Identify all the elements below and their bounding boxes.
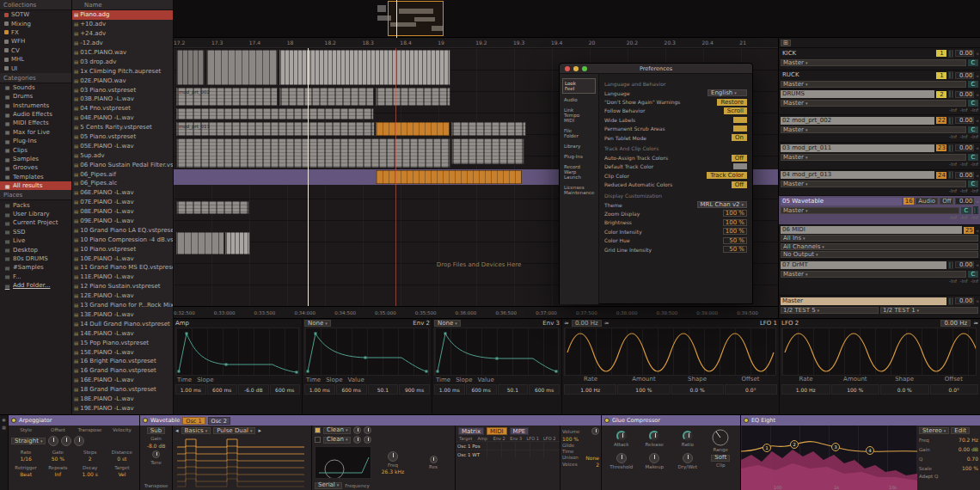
output-routing-dropdown[interactable]: Master	[781, 207, 959, 214]
send-levels[interactable]: -Inf -Inf -Inf	[781, 215, 978, 221]
wavetable-name-selector[interactable]: Pulse Dual	[213, 427, 255, 434]
preferences-tab[interactable]: Record Warp Launch	[562, 162, 596, 181]
sub-toggle[interactable]: Sub	[147, 427, 165, 434]
output-routing-dropdown[interactable]: Master	[781, 81, 966, 88]
grid-line-intensity-field[interactable]: 50 %	[723, 246, 747, 253]
preferences-tab[interactable]: Plug-Ins	[562, 152, 596, 161]
file-row[interactable]: ▤5 Cents Rarity.vstpreset	[72, 123, 173, 132]
release-control[interactable]: Release	[640, 431, 671, 447]
env-value[interactable]: -6.0 dB	[238, 384, 269, 395]
unison-value[interactable]: None	[585, 455, 599, 461]
preferences-tab[interactable]: Look Feel	[562, 78, 596, 94]
glue-title-bar[interactable]: Glue Compressor	[602, 415, 740, 426]
file-row[interactable]: ▤16E.PIANO -L.wav	[72, 376, 173, 385]
track-row-drmt[interactable]: 07 DrMT0.00◃ MasterC -Inf -Inf -Inf	[779, 260, 980, 296]
gain-value[interactable]: -8.0 dB	[147, 443, 166, 449]
place-item[interactable]: ▤Live	[0, 236, 71, 245]
place-item[interactable]: ▤F...	[0, 273, 71, 281]
prev-icon[interactable]: ◂	[175, 427, 179, 434]
auto-assign-colors-toggle[interactable]: Off	[732, 155, 747, 162]
place-item[interactable]: ▤Current Project	[0, 218, 71, 227]
env-tab[interactable]: Value	[478, 377, 494, 383]
device-toggle-icon[interactable]: ◉	[2, 417, 5, 422]
scrub-areas-toggle[interactable]	[733, 126, 747, 132]
category-item[interactable]: ▦MIDI Effects	[0, 119, 71, 127]
brightness-field[interactable]: 100 %	[723, 219, 747, 226]
file-row[interactable]: ▤03 Piano.vstpreset	[72, 85, 173, 95]
output-routing-dropdown[interactable]: Master	[781, 100, 966, 107]
soft-toggle[interactable]: Soft	[711, 455, 730, 462]
send-levels[interactable]: -Inf -Inf -Inf	[781, 134, 978, 140]
filter1-drive-knob[interactable]	[353, 426, 361, 434]
file-row[interactable]: ▤18E.PIANO -L.wav	[72, 395, 173, 404]
file-row[interactable]: ▤04E.PIANO -L.wav	[72, 113, 173, 123]
file-row[interactable]: ▤06_Pipes.aif	[72, 169, 173, 179]
pan-chip[interactable]: C	[968, 271, 978, 278]
track-row-ruck[interactable]: RUCK10.00◃ MasterC	[779, 70, 980, 89]
device-power-icon[interactable]	[143, 418, 148, 423]
lfo-param-value[interactable]: 0.0°	[725, 384, 777, 395]
filter1-toggle[interactable]	[315, 427, 321, 433]
env-tab[interactable]: Value	[348, 377, 364, 383]
category-item[interactable]: ▦Max for Live	[0, 128, 71, 137]
category-item[interactable]: ▦All results	[0, 181, 71, 190]
preferences-tab[interactable]: File Folder	[562, 126, 596, 140]
track-name[interactable]: KICK	[781, 50, 934, 58]
filter1-res-knob[interactable]	[364, 426, 371, 434]
tab-mpe[interactable]: MPE	[510, 427, 530, 435]
file-row[interactable]: ▤14E.PIANO -L.wav	[72, 328, 173, 338]
volume-knob[interactable]	[591, 427, 599, 435]
file-row[interactable]: ▤10 Piano Compression -4 dB.vstpre	[72, 235, 173, 244]
arp-param[interactable]: TargetVel	[107, 465, 137, 477]
voices-value[interactable]: 2	[596, 462, 599, 468]
file-row[interactable]: ▤11 Grand Piano MS EQ.vstpreset	[72, 263, 173, 273]
track-name[interactable]: 05 Wavetable	[781, 198, 902, 205]
file-row[interactable]: ▤03B.PIANO -L.wav	[72, 95, 173, 104]
send-levels[interactable]: -Inf -Inf -Inf	[781, 162, 978, 168]
category-item[interactable]: ▦Templates	[0, 173, 71, 181]
file-row[interactable]: ▤10 Grand Piano LA EQ.vstpreset	[72, 225, 173, 235]
eq-title-bar[interactable]: EQ Eight	[741, 415, 980, 426]
release-knob[interactable]	[649, 431, 659, 441]
lfo1-graph[interactable]	[564, 328, 776, 376]
arrangement-overview[interactable]	[174, 0, 980, 38]
file-row[interactable]: ▤07E.PIANO -L.wav	[72, 198, 173, 207]
midi-output-dropdown[interactable]: No Output	[781, 251, 978, 258]
filter1-type-dropdown[interactable]: Clean	[323, 427, 351, 434]
env2-graph[interactable]	[304, 328, 429, 376]
file-row[interactable]: ▤16 Grand Piano.vstpreset	[72, 366, 173, 376]
place-item[interactable]: ▤Packs	[0, 200, 71, 209]
filter2-drive-knob[interactable]	[353, 436, 361, 444]
midi-clip[interactable]	[176, 138, 450, 168]
collection-item[interactable]: MHL	[0, 55, 71, 64]
midi-clip[interactable]	[376, 88, 450, 106]
env-tab[interactable]: Slope	[456, 377, 472, 383]
filter2-res-knob[interactable]	[364, 436, 371, 444]
eq-scale-param[interactable]: Scale100 %	[919, 464, 978, 472]
track-row-wavetable[interactable]: 05 Wavetable16AudioOff0.00◃ MasterC -Inf…	[779, 196, 980, 225]
file-row[interactable]: ▤11E.PIANO -L.wav	[72, 273, 173, 282]
volume-field[interactable]: 0.00	[955, 144, 974, 151]
env-value[interactable]: 50.1	[498, 384, 529, 395]
output-routing-dropdown[interactable]: Master	[781, 126, 966, 133]
volume-field[interactable]: 0.00	[955, 172, 974, 179]
file-row[interactable]: ▤-12.adv	[72, 39, 173, 48]
track-row-drums[interactable]: DRUMS20.00◃ MasterC -Inf -Inf -Inf	[779, 89, 980, 115]
lfo2-graph[interactable]	[781, 328, 977, 376]
device-power-icon[interactable]	[604, 418, 609, 423]
clip[interactable]	[176, 232, 224, 254]
tone-knob[interactable]	[152, 450, 160, 458]
track-row-midi[interactable]: 06 MIDI25◃ All Ins All Channels No Outpu…	[779, 225, 980, 260]
collection-item[interactable]: Mixing	[0, 19, 71, 28]
file-row[interactable]: ▤14 Dull Grand Piano.vstpreset	[72, 319, 173, 328]
amp-envelope-graph[interactable]	[175, 328, 299, 376]
midi-input-dropdown[interactable]: All Ins	[781, 235, 978, 242]
matrix-row[interactable]: Osc 1 WT	[456, 450, 560, 458]
env-value[interactable]: 900 ms	[399, 384, 430, 395]
freq-knob[interactable]	[388, 451, 398, 462]
file-row[interactable]: ▤10E.PIANO -L.wav	[72, 254, 173, 263]
file-row[interactable]: ▤+24.adv	[72, 29, 173, 39]
sine-wave-icon[interactable]: ≈	[604, 320, 609, 327]
env-value[interactable]: 1.00 ms	[175, 384, 206, 395]
tab-midi[interactable]: MIDI	[487, 427, 507, 435]
